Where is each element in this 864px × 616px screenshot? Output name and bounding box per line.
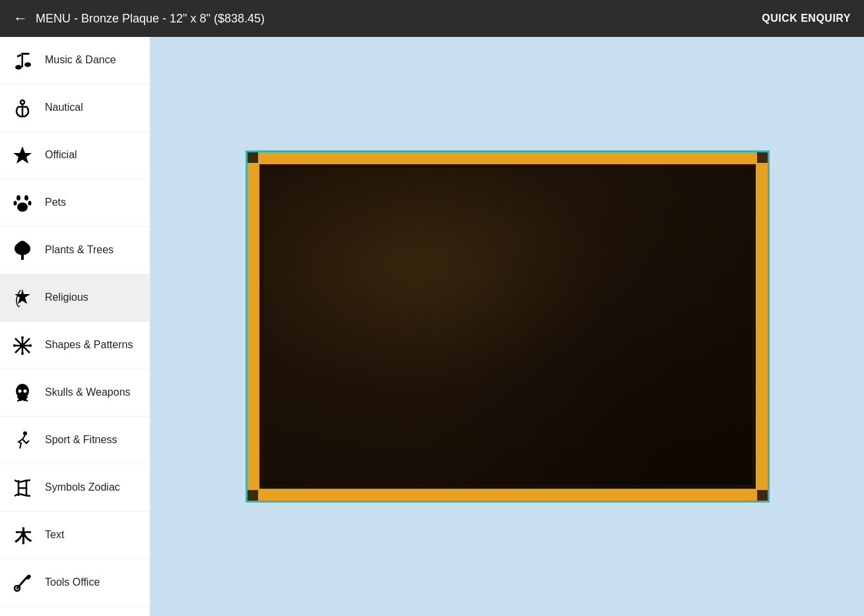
sidebar-item-music-dance[interactable]: Music & Dance [0,37,150,84]
sidebar-item-label-text: Text [45,528,64,542]
sidebar-item-label-tools-office: Tools Office [45,576,100,590]
sport-icon [11,429,34,452]
sidebar-item-tools-office[interactable]: Tools Office [0,559,150,607]
svg-point-34 [23,431,27,435]
quick-enquiry-button[interactable]: QUICK ENQUIRY [762,13,851,24]
svg-point-8 [17,195,20,200]
header: ← MENU - Bronze Plaque - 12" x 8" ($838.… [0,0,864,37]
plaque-gold-border [248,152,768,501]
snowflake-icon [11,334,34,357]
canvas-area [150,37,864,616]
svg-point-23 [21,352,24,355]
svg-rect-2 [22,53,24,67]
sidebar-item-official[interactable]: Official [0,132,150,179]
svg-point-12 [17,202,28,212]
svg-point-31 [24,389,27,392]
svg-text:木: 木 [14,526,32,546]
sidebar-item-label-shapes-patterns: Shapes & Patterns [45,338,133,352]
sidebar-item-religious[interactable]: Religious [0,274,150,322]
corner-tl [248,152,258,163]
sidebar-item-label-sport-fitness: Sport & Fitness [45,433,117,447]
svg-point-21 [20,344,24,348]
sidebar-item-nautical[interactable]: Nautical [0,84,150,132]
svg-point-30 [18,389,22,392]
text-icon: 木 [11,524,34,547]
svg-point-24 [13,344,16,347]
svg-point-1 [24,62,31,67]
sidebar-item-label-official: Official [45,148,77,162]
header-title: MENU - Bronze Plaque - 12" x 8" ($838.45… [36,12,265,26]
corner-bl [248,490,258,501]
anchor-icon [11,96,34,120]
svg-point-9 [24,195,28,200]
sidebar-item-symbols-zodiac[interactable]: Symbols Zodiac [0,464,150,512]
svg-marker-7 [13,146,32,164]
sidebar-item-label-religious: Religious [45,291,88,305]
religious-icon [11,286,34,310]
corner-br [757,490,768,501]
svg-point-25 [29,344,32,347]
sidebar-item-skulls-weapons[interactable]: Skulls & Weapons [0,369,150,417]
sidebar-item-pets[interactable]: Pets [0,179,150,227]
svg-point-10 [14,200,17,205]
sidebar-item-text[interactable]: 木 Text [0,512,150,559]
svg-point-15 [18,241,26,249]
svg-point-11 [28,200,32,205]
back-button[interactable]: ← [13,10,28,27]
sidebar-item-label-plants-trees: Plants & Trees [45,243,114,257]
sidebar-item-sport-fitness[interactable]: Sport & Fitness [0,417,150,464]
corner-tr [757,152,768,163]
plaque-outer [246,150,770,503]
svg-point-4 [20,100,24,104]
svg-rect-16 [21,255,24,260]
sidebar-item-label-skulls-weapons: Skulls & Weapons [45,386,131,400]
sidebar-item-plants-trees[interactable]: Plants & Trees [0,227,150,274]
skull-icon [11,381,34,405]
svg-point-26 [16,384,29,398]
tree-icon [11,239,34,262]
main-area: Music & Dance Nautical Official [0,37,864,616]
svg-rect-3 [22,53,30,55]
paw-icon [11,191,34,215]
svg-point-22 [21,336,24,339]
plaque-inner-line [259,164,756,489]
sidebar-item-label-symbols-zodiac: Symbols Zodiac [45,481,120,495]
tools-icon [11,571,34,595]
music-icon [11,49,34,73]
sidebar-item-shapes-patterns[interactable]: Shapes & Patterns [0,322,150,369]
header-left: ← MENU - Bronze Plaque - 12" x 8" ($838.… [13,10,265,27]
sidebar-item-label-music-dance: Music & Dance [45,53,116,67]
sidebar-item-label-pets: Pets [45,196,66,210]
official-icon [11,144,34,168]
plaque-content[interactable] [263,168,752,485]
gemini-icon [11,476,34,500]
svg-point-0 [15,65,22,69]
sidebar: Music & Dance Nautical Official [0,37,150,616]
sidebar-item-label-nautical: Nautical [45,101,83,115]
